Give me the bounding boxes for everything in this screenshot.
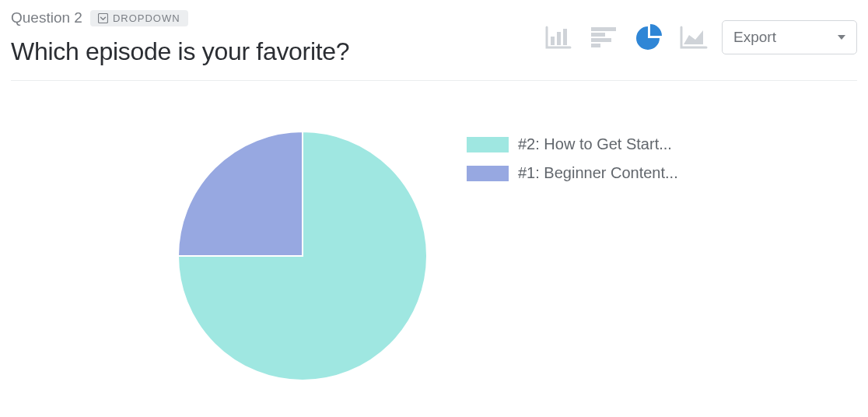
svg-rect-5: [591, 33, 605, 37]
pie-chart: [174, 128, 431, 384]
svg-rect-7: [591, 44, 600, 47]
question-type-badge: DROPDOWN: [90, 10, 188, 26]
legend-item: #1: Beginner Content...: [467, 164, 678, 182]
chart-type-toggle: [544, 23, 708, 51]
legend-label: #1: Beginner Content...: [518, 164, 678, 182]
export-dropdown[interactable]: Export: [722, 20, 857, 54]
area-chart-icon[interactable]: [680, 23, 708, 51]
svg-rect-6: [591, 38, 611, 42]
pie-chart-icon[interactable]: [635, 23, 663, 51]
question-number-label: Question 2: [11, 9, 82, 26]
legend-swatch: [467, 166, 509, 181]
dropdown-badge-icon: [98, 13, 108, 23]
legend-swatch: [467, 137, 509, 152]
chevron-down-icon: [838, 35, 845, 40]
question-title: Which episode is your favorite?: [11, 37, 349, 66]
question-type-badge-text: DROPDOWN: [113, 12, 180, 24]
svg-rect-4: [591, 27, 616, 31]
svg-rect-3: [563, 29, 567, 45]
legend-item: #2: How to Get Start...: [467, 135, 678, 153]
svg-rect-2: [557, 32, 561, 45]
legend-label: #2: How to Get Start...: [518, 135, 672, 153]
pie-slice: [178, 131, 303, 256]
bar-chart-icon[interactable]: [544, 23, 572, 51]
chart-legend: #2: How to Get Start... #1: Beginner Con…: [467, 128, 678, 182]
horizontal-bar-chart-icon[interactable]: [590, 23, 618, 51]
svg-rect-0: [98, 13, 107, 23]
export-dropdown-label: Export: [733, 29, 776, 46]
svg-rect-1: [551, 37, 555, 45]
